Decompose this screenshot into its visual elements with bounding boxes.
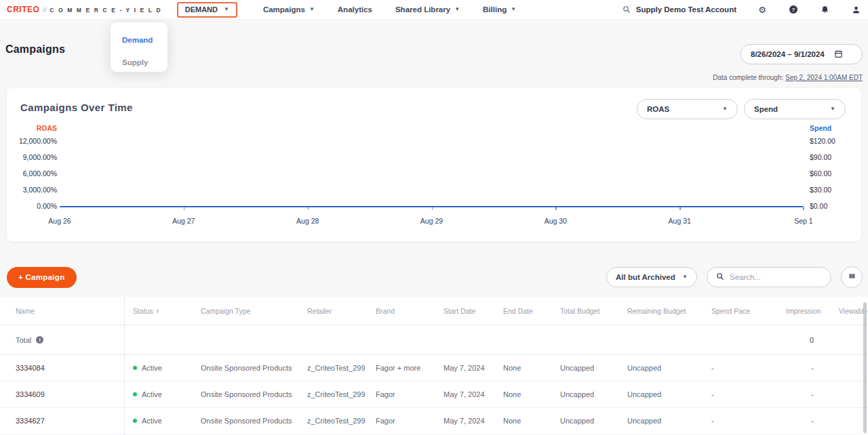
logo-divider: // <box>43 7 46 14</box>
y-tick-left: 3,000.00% <box>7 186 57 194</box>
column-header-retailer[interactable]: Retailer <box>298 307 367 315</box>
logo-brand: CRITEO <box>7 5 39 14</box>
column-header-name[interactable]: Name <box>0 307 124 315</box>
criteo-logo[interactable]: CRITEO // C O M M E R C E - Y I E L D <box>7 5 162 14</box>
help-icon[interactable]: ? <box>788 4 799 15</box>
top-nav: CRITEO // C O M M E R C E - Y I E L D DE… <box>0 0 868 19</box>
x-tick-label: Aug 27 <box>172 217 195 225</box>
status-filter-select[interactable]: All but Archived ▼ <box>606 267 697 287</box>
cell-spend-pace: - <box>703 417 777 425</box>
cell-campaign-type: Onsite Sponsored Products <box>192 390 298 398</box>
x-tick-label: Aug 30 <box>545 217 567 225</box>
cell-impressions: - <box>777 364 821 372</box>
column-header-impressions[interactable]: Impressions <box>777 307 821 315</box>
cell-spend-pace: - <box>703 364 777 372</box>
nav-item-billing[interactable]: Billing ▼ <box>483 5 516 14</box>
nav-item-campaigns[interactable]: Campaigns ▼ <box>263 5 315 14</box>
chevron-down-icon: ▼ <box>309 7 315 12</box>
y-tick-left: 6,000.00% <box>7 169 57 178</box>
cell-spend-pace: - <box>703 390 777 398</box>
nav-item-analytics[interactable]: Analytics <box>338 5 372 14</box>
cell-total-budget: Uncapped <box>551 390 618 398</box>
x-tick-mark <box>803 207 804 210</box>
date-range-picker[interactable]: 8/26/2024 – 9/1/2024 <box>741 44 863 64</box>
chevron-down-icon: ▼ <box>224 7 229 12</box>
demand-switcher-button[interactable]: DEMAND ▼ <box>177 2 237 18</box>
column-header-start-date[interactable]: Start Date <box>435 307 494 315</box>
nav-items: Campaigns ▼ Analytics Shared Library ▼ B… <box>263 5 516 14</box>
metric-select-left[interactable]: ROAS ▼ <box>637 99 738 119</box>
x-tick-label: Aug 29 <box>420 217 443 225</box>
info-icon[interactable]: i <box>36 336 43 344</box>
search-input[interactable] <box>730 273 818 281</box>
data-complete-link[interactable]: Sep 2, 2024 1:00AM EDT <box>785 74 863 81</box>
account-name: Supply Demo Test Account <box>636 5 736 14</box>
account-switcher[interactable]: Supply Demo Test Account <box>621 4 736 15</box>
gear-icon[interactable]: ⚙ <box>757 4 768 15</box>
frozen-column-divider <box>124 297 125 435</box>
column-header-end-date[interactable]: End Date <box>494 307 551 315</box>
cell-end-date: None <box>494 417 551 425</box>
campaign-name[interactable]: 3334084 <box>0 364 124 372</box>
cell-end-date: None <box>494 364 551 372</box>
menu-item-demand[interactable]: Demand <box>111 28 167 51</box>
column-header-status[interactable]: Status↑ <box>124 307 192 315</box>
y-tick-right: $60.00 <box>810 169 831 178</box>
bell-icon[interactable] <box>819 4 830 15</box>
x-tick-mark <box>432 207 433 210</box>
cell-retailer: z_CriteoTest_299 <box>298 417 367 425</box>
cell-impressions: - <box>777 390 821 398</box>
x-tick-mark <box>308 207 309 210</box>
menu-item-supply[interactable]: Supply <box>111 51 167 73</box>
columns-icon <box>848 271 856 283</box>
logo-suite: C O M M E R C E - Y I E L D <box>50 7 161 14</box>
user-account-icon[interactable] <box>850 4 861 15</box>
column-header-remaining-budget[interactable]: Remaining Budget <box>618 307 703 315</box>
chart-title: Campaigns Over Time <box>20 102 133 113</box>
campaigns-over-time-card: Campaigns Over Time ROAS ▼ Spend ▼ ROAS … <box>7 88 861 241</box>
campaign-name[interactable]: 3334627 <box>0 417 124 425</box>
campaign-name[interactable]: 3334609 <box>0 390 124 398</box>
right-axis-label: Spend <box>810 124 831 132</box>
status-badge: Active <box>142 364 162 372</box>
table-toolbar: + Campaign All but Archived ▼ <box>7 266 863 288</box>
total-label: Total <box>16 336 31 344</box>
chevron-down-icon: ▼ <box>722 106 728 112</box>
demand-dropdown-menu: Demand Supply <box>111 22 167 72</box>
metric-select-right[interactable]: Spend ▼ <box>744 99 846 119</box>
column-header-spend-pace[interactable]: Spend Pace <box>703 307 777 315</box>
y-tick-right: $0.00 <box>810 202 827 210</box>
cell-end-date: None <box>494 390 551 398</box>
new-campaign-button[interactable]: + Campaign <box>7 267 77 288</box>
status-badge: Active <box>142 417 162 425</box>
cell-campaign-type: Onsite Sponsored Products <box>192 417 298 425</box>
table-row[interactable]: 3334084 Active Onsite Sponsored Products… <box>0 355 868 381</box>
search-icon <box>621 4 632 15</box>
table-row[interactable]: 3334609 Active Onsite Sponsored Products… <box>0 381 868 408</box>
status-dot <box>133 392 137 396</box>
status-dot <box>133 419 137 423</box>
column-header-brand[interactable]: Brand <box>367 307 435 315</box>
chevron-down-icon: ▼ <box>454 7 460 12</box>
chevron-down-icon: ▼ <box>682 274 688 280</box>
chart-metric-selects: ROAS ▼ Spend ▼ <box>637 99 846 119</box>
cell-brand: Fagor <box>367 417 435 425</box>
cell-brand: Fagor + more <box>367 364 435 372</box>
status-badge: Active <box>142 390 162 398</box>
column-header-viewable[interactable]: Viewable <box>821 307 868 315</box>
data-complete-note: Data complete through: Sep 2, 2024 1:00A… <box>713 74 863 81</box>
x-tick-label: Aug 28 <box>296 217 319 225</box>
cell-campaign-type: Onsite Sponsored Products <box>192 364 298 372</box>
cell-remaining-budget: Uncapped <box>618 364 703 372</box>
column-header-campaign-type[interactable]: Campaign Type <box>192 307 298 315</box>
nav-right: Supply Demo Test Account ⚙ ? <box>621 4 861 15</box>
x-tick-label: Aug 26 <box>48 217 71 225</box>
search-icon <box>716 271 724 283</box>
nav-item-shared-library[interactable]: Shared Library ▼ <box>395 5 460 14</box>
y-tick-right: $120.00 <box>810 137 835 145</box>
table-row[interactable]: 3334627 Active Onsite Sponsored Products… <box>0 408 868 434</box>
table-search <box>707 267 831 287</box>
column-header-total-budget[interactable]: Total Budget <box>551 307 618 315</box>
column-settings-button[interactable] <box>841 266 863 288</box>
vertical-scrollbar[interactable] <box>863 302 867 433</box>
